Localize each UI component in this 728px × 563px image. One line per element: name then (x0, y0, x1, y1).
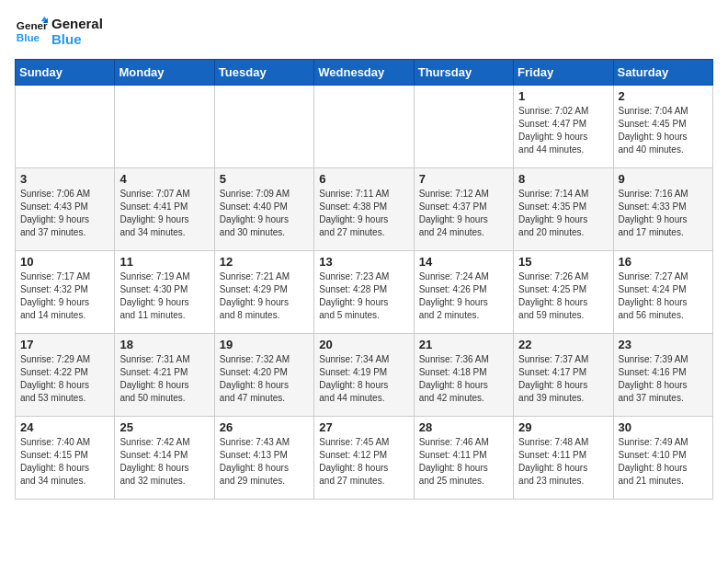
day-number: 17 (20, 338, 109, 351)
calendar-cell: 11Sunrise: 7:19 AM Sunset: 4:30 PM Dayli… (115, 251, 214, 334)
calendar-cell: 25Sunrise: 7:42 AM Sunset: 4:14 PM Dayli… (115, 417, 214, 500)
day-number: 24 (20, 420, 109, 434)
day-info: Sunrise: 7:24 AM Sunset: 4:26 PM Dayligh… (419, 270, 508, 322)
day-number: 22 (518, 338, 608, 351)
calendar-cell: 30Sunrise: 7:49 AM Sunset: 4:10 PM Dayli… (613, 417, 712, 500)
calendar-cell: 6Sunrise: 7:11 AM Sunset: 4:38 PM Daylig… (314, 168, 414, 251)
calendar-cell: 29Sunrise: 7:48 AM Sunset: 4:11 PM Dayli… (514, 417, 613, 500)
calendar-cell: 3Sunrise: 7:06 AM Sunset: 4:43 PM Daylig… (16, 168, 115, 251)
calendar-cell: 21Sunrise: 7:36 AM Sunset: 4:18 PM Dayli… (414, 334, 513, 417)
column-header-sunday: Sunday (16, 60, 115, 86)
day-number: 9 (619, 172, 708, 186)
calendar-cell: 13Sunrise: 7:23 AM Sunset: 4:28 PM Dayli… (314, 251, 414, 334)
calendar-cell: 2Sunrise: 7:04 AM Sunset: 4:45 PM Daylig… (613, 86, 712, 168)
day-info: Sunrise: 7:37 AM Sunset: 4:17 PM Dayligh… (518, 353, 608, 405)
calendar-cell: 16Sunrise: 7:27 AM Sunset: 4:24 PM Dayli… (613, 251, 712, 334)
day-number: 3 (20, 172, 109, 186)
generalblue-icon: General Blue (15, 15, 48, 48)
day-info: Sunrise: 7:19 AM Sunset: 4:30 PM Dayligh… (119, 270, 209, 322)
page-header: General Blue General Blue (15, 15, 713, 48)
day-number: 14 (419, 255, 508, 269)
day-info: Sunrise: 7:27 AM Sunset: 4:24 PM Dayligh… (619, 270, 708, 322)
day-info: Sunrise: 7:40 AM Sunset: 4:15 PM Dayligh… (20, 436, 109, 488)
day-number: 1 (518, 89, 608, 103)
day-info: Sunrise: 7:39 AM Sunset: 4:16 PM Dayligh… (619, 353, 708, 405)
day-info: Sunrise: 7:09 AM Sunset: 4:40 PM Dayligh… (220, 188, 309, 239)
day-info: Sunrise: 7:16 AM Sunset: 4:33 PM Dayligh… (619, 188, 708, 239)
calendar-cell: 20Sunrise: 7:34 AM Sunset: 4:19 PM Dayli… (314, 334, 414, 417)
day-info: Sunrise: 7:11 AM Sunset: 4:38 PM Dayligh… (319, 188, 408, 239)
day-info: Sunrise: 7:21 AM Sunset: 4:29 PM Dayligh… (220, 270, 309, 322)
day-number: 23 (619, 338, 708, 351)
logo-blue-text: Blue (51, 31, 103, 47)
calendar-cell: 27Sunrise: 7:45 AM Sunset: 4:12 PM Dayli… (314, 417, 414, 500)
calendar-cell: 8Sunrise: 7:14 AM Sunset: 4:35 PM Daylig… (514, 168, 613, 251)
day-info: Sunrise: 7:17 AM Sunset: 4:32 PM Dayligh… (20, 270, 109, 322)
calendar-cell: 1Sunrise: 7:02 AM Sunset: 4:47 PM Daylig… (514, 86, 613, 168)
day-number: 7 (419, 172, 508, 186)
calendar-cell: 28Sunrise: 7:46 AM Sunset: 4:11 PM Dayli… (414, 417, 513, 500)
calendar-cell: 23Sunrise: 7:39 AM Sunset: 4:16 PM Dayli… (613, 334, 712, 417)
day-number: 2 (619, 89, 708, 103)
column-header-thursday: Thursday (414, 60, 513, 86)
day-number: 11 (119, 255, 209, 269)
calendar-table: SundayMondayTuesdayWednesdayThursdayFrid… (15, 59, 713, 500)
calendar-cell (414, 86, 513, 168)
day-number: 29 (518, 420, 608, 434)
day-info: Sunrise: 7:23 AM Sunset: 4:28 PM Dayligh… (319, 270, 408, 322)
day-number: 5 (220, 172, 309, 186)
calendar-cell: 22Sunrise: 7:37 AM Sunset: 4:17 PM Dayli… (514, 334, 613, 417)
column-header-friday: Friday (514, 60, 613, 86)
day-info: Sunrise: 7:48 AM Sunset: 4:11 PM Dayligh… (518, 436, 608, 488)
day-number: 21 (419, 338, 508, 351)
day-number: 16 (619, 255, 708, 269)
calendar-cell: 14Sunrise: 7:24 AM Sunset: 4:26 PM Dayli… (414, 251, 513, 334)
week-row-2: 3Sunrise: 7:06 AM Sunset: 4:43 PM Daylig… (16, 168, 713, 251)
logo: General Blue General Blue (15, 15, 103, 48)
calendar-cell: 4Sunrise: 7:07 AM Sunset: 4:41 PM Daylig… (115, 168, 214, 251)
week-row-3: 10Sunrise: 7:17 AM Sunset: 4:32 PM Dayli… (16, 251, 713, 334)
week-row-1: 1Sunrise: 7:02 AM Sunset: 4:47 PM Daylig… (16, 86, 713, 168)
calendar-header-row: SundayMondayTuesdayWednesdayThursdayFrid… (16, 60, 713, 86)
calendar-cell (115, 86, 214, 168)
day-number: 15 (518, 255, 608, 269)
day-info: Sunrise: 7:42 AM Sunset: 4:14 PM Dayligh… (119, 436, 209, 488)
day-number: 19 (220, 338, 309, 351)
day-info: Sunrise: 7:45 AM Sunset: 4:12 PM Dayligh… (319, 436, 408, 488)
day-number: 10 (20, 255, 109, 269)
day-number: 26 (220, 420, 309, 434)
week-row-5: 24Sunrise: 7:40 AM Sunset: 4:15 PM Dayli… (16, 417, 713, 500)
day-info: Sunrise: 7:46 AM Sunset: 4:11 PM Dayligh… (419, 436, 508, 488)
calendar-cell: 15Sunrise: 7:26 AM Sunset: 4:25 PM Dayli… (514, 251, 613, 334)
day-info: Sunrise: 7:12 AM Sunset: 4:37 PM Dayligh… (419, 188, 508, 239)
day-info: Sunrise: 7:31 AM Sunset: 4:21 PM Dayligh… (119, 353, 209, 405)
calendar-cell: 18Sunrise: 7:31 AM Sunset: 4:21 PM Dayli… (115, 334, 214, 417)
day-info: Sunrise: 7:07 AM Sunset: 4:41 PM Dayligh… (119, 188, 209, 239)
day-number: 25 (119, 420, 209, 434)
day-info: Sunrise: 7:43 AM Sunset: 4:13 PM Dayligh… (220, 436, 309, 488)
column-header-tuesday: Tuesday (214, 60, 313, 86)
calendar-cell: 19Sunrise: 7:32 AM Sunset: 4:20 PM Dayli… (214, 334, 313, 417)
calendar-cell: 24Sunrise: 7:40 AM Sunset: 4:15 PM Dayli… (16, 417, 115, 500)
calendar-cell (314, 86, 414, 168)
day-number: 20 (319, 338, 408, 351)
day-info: Sunrise: 7:14 AM Sunset: 4:35 PM Dayligh… (518, 188, 608, 239)
calendar-cell: 5Sunrise: 7:09 AM Sunset: 4:40 PM Daylig… (214, 168, 313, 251)
column-header-saturday: Saturday (613, 60, 712, 86)
day-number: 30 (619, 420, 708, 434)
day-number: 28 (419, 420, 508, 434)
calendar-cell: 12Sunrise: 7:21 AM Sunset: 4:29 PM Dayli… (214, 251, 313, 334)
column-header-monday: Monday (115, 60, 214, 86)
day-number: 6 (319, 172, 408, 186)
day-number: 13 (319, 255, 408, 269)
week-row-4: 17Sunrise: 7:29 AM Sunset: 4:22 PM Dayli… (16, 334, 713, 417)
logo-general-text: General (51, 16, 103, 31)
day-info: Sunrise: 7:02 AM Sunset: 4:47 PM Dayligh… (518, 105, 608, 156)
calendar-cell (214, 86, 313, 168)
day-number: 18 (119, 338, 209, 351)
day-number: 12 (220, 255, 309, 269)
column-header-wednesday: Wednesday (314, 60, 414, 86)
day-number: 4 (119, 172, 209, 186)
day-info: Sunrise: 7:32 AM Sunset: 4:20 PM Dayligh… (220, 353, 309, 405)
day-info: Sunrise: 7:04 AM Sunset: 4:45 PM Dayligh… (619, 105, 708, 156)
